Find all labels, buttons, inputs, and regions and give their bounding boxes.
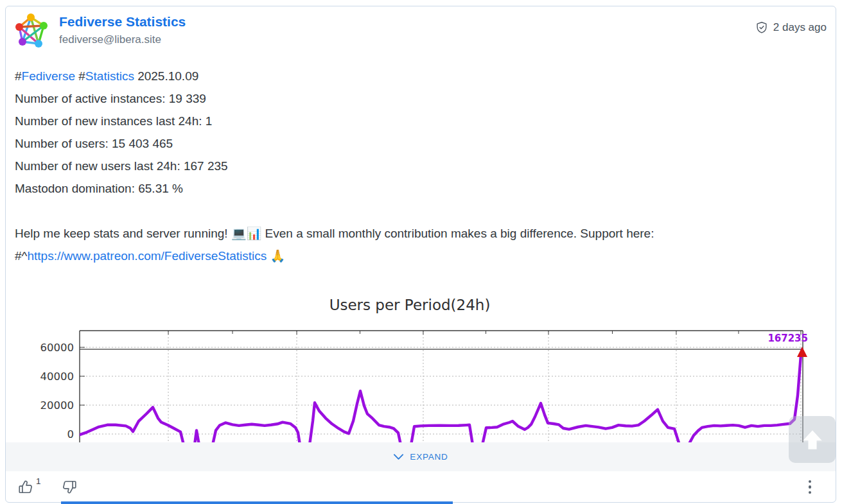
expand-label: EXPAND: [410, 452, 448, 462]
chart-title: Users per Period(24h): [10, 297, 810, 313]
post-card: Fediverse Statistics fediverse@libera.si…: [5, 6, 836, 503]
post-header: Fediverse Statistics fediverse@libera.si…: [13, 12, 827, 48]
blank-line: [15, 200, 824, 222]
link-prefix: #^: [15, 249, 27, 263]
more-options-button[interactable]: [805, 476, 816, 498]
svg-text:0: 0: [67, 428, 75, 440]
expand-button[interactable]: EXPAND: [6, 442, 836, 471]
chart-plot[interactable]: 0200004000060000167235: [9, 329, 809, 444]
help-text: Help me keep stats and server running! 💻…: [15, 227, 654, 240]
tag-line: #Fediverse #Statistics 2025.10.09: [15, 65, 824, 87]
thumbs-up-icon: [17, 478, 35, 496]
svg-text:40000: 40000: [40, 370, 75, 383]
upvote-count: 1: [36, 476, 41, 486]
svg-text:20000: 20000: [40, 399, 75, 412]
svg-text:167235: 167235: [767, 333, 808, 344]
stat-line: Mastodon domination: 65.31 %: [15, 177, 824, 200]
arrow-up-icon: [797, 424, 828, 455]
tag-link-fediverse[interactable]: Fediverse: [22, 69, 75, 83]
thumbs-down-icon: [60, 478, 78, 496]
community-title[interactable]: Fediverse Statistics: [59, 14, 186, 30]
chevron-down-icon: [393, 453, 404, 460]
post-body: #Fediverse #Statistics 2025.10.09 Number…: [15, 65, 824, 267]
stat-line: Number of users: 15 403 465: [15, 132, 824, 155]
svg-text:60000: 60000: [40, 342, 75, 354]
timestamp[interactable]: 2 days ago: [773, 21, 827, 34]
community-handle: fediverse@libera.site: [59, 33, 186, 46]
hash-symbol: #: [15, 69, 22, 83]
scroll-to-top-button[interactable]: [789, 416, 836, 463]
downvote-button[interactable]: [60, 478, 78, 496]
help-line: Help me keep stats and server running! 💻…: [15, 222, 824, 267]
tag-link-statistics[interactable]: Statistics: [85, 69, 134, 83]
help-emoji: 🙏: [267, 249, 285, 263]
shield-check-icon: [755, 21, 769, 35]
upvote-button[interactable]: 1: [17, 478, 41, 496]
post-date: 2025.10.09: [134, 69, 198, 83]
stat-line: Number of new users last 24h: 167 235: [15, 155, 824, 177]
post-footer: 1: [6, 471, 836, 503]
stat-line: Number of new instances last 24h: 1: [15, 110, 824, 132]
next-post-highlight-bar: [61, 501, 453, 504]
hash-symbol: #: [75, 69, 85, 83]
avatar[interactable]: [13, 12, 49, 48]
patreon-link[interactable]: https://www.patreon.com/FediverseStatist…: [27, 249, 267, 263]
stat-line: Number of active instances: 19 339: [15, 87, 824, 110]
